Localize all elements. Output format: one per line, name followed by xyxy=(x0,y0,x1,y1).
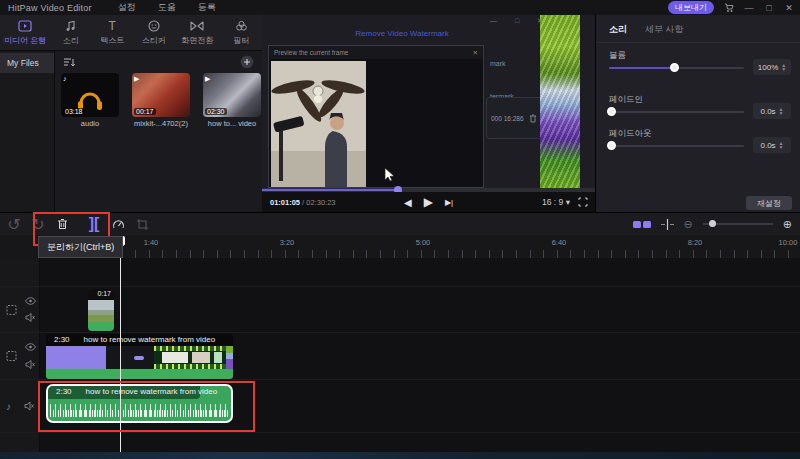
sticker-icon xyxy=(148,19,160,33)
reset-button[interactable]: 재설정 xyxy=(746,196,792,210)
tab-label: 소리 xyxy=(63,35,79,46)
tab-audio[interactable]: 소리 xyxy=(50,19,91,46)
duration-badge: 03:18 xyxy=(63,108,85,115)
volume-slider[interactable] xyxy=(609,67,744,69)
media-panel: 미디어 은행 소리 T 텍스트 스티커 화면전환 필터 xyxy=(0,15,262,212)
preview-controls: 01:01:05 / 02:30:23 ◀ ▶ ▶| 16 : 9 ▾ xyxy=(262,192,595,212)
maximize-button[interactable]: □ xyxy=(758,0,780,15)
filter-icon xyxy=(235,19,248,33)
fullscreen-icon[interactable] xyxy=(578,197,588,207)
annotation-box-audio-clip xyxy=(38,381,255,432)
media-bank-icon xyxy=(18,19,32,33)
timeline-ruler[interactable]: 1:40 3:20 5:00 6:40 8:20 10:00 xyxy=(40,235,800,258)
fadein-label: 페이드인 xyxy=(609,94,643,106)
play-button[interactable]: ▶ xyxy=(424,195,433,209)
next-frame-button[interactable]: ▶| xyxy=(445,198,453,207)
menu-help[interactable]: 도움 xyxy=(158,1,176,14)
sidebar-item-my-files[interactable]: My Files xyxy=(0,53,54,73)
cart-icon[interactable] xyxy=(718,0,740,15)
tab-label: 화면전환 xyxy=(181,35,213,46)
media-library: ♪ 03:18 audio ▶ 00:17 mixkit-...4702(2) xyxy=(55,51,262,212)
close-button[interactable]: ✕ xyxy=(778,0,800,15)
media-item-audio[interactable]: ♪ 03:18 audio xyxy=(61,73,119,128)
zoom-out-icon[interactable]: ⊖ xyxy=(684,218,693,231)
tab-label: 필터 xyxy=(233,35,249,46)
ruler-label: 1:40 xyxy=(144,238,159,247)
preview-timecode: 01:01:05 / 02:30:23 xyxy=(270,198,335,207)
crop-icon[interactable] xyxy=(130,219,154,230)
tab-filter[interactable]: 필터 xyxy=(221,19,262,46)
taskbar-sliver xyxy=(0,452,800,459)
app-title: HitPaw Video Editor xyxy=(8,3,92,13)
ruler-label: 10:00 xyxy=(779,238,798,247)
track-header: ♪ xyxy=(0,380,40,432)
eye-icon[interactable] xyxy=(25,297,36,305)
ruler-label: 5:00 xyxy=(416,238,431,247)
mute-icon[interactable] xyxy=(25,360,35,369)
video-content-title: Remove Video Watermark xyxy=(262,29,542,38)
track-type-icon xyxy=(6,351,17,362)
preview-panel: — □ ✕ Remove Video Watermark Preview the… xyxy=(262,15,595,212)
duration-badge: 02:30 xyxy=(205,108,227,115)
fadeout-value[interactable]: 0.0s ▲▼ xyxy=(753,137,791,153)
tab-label: 텍스트 xyxy=(100,35,124,46)
play-icon: ▶ xyxy=(205,75,210,83)
tab-sticker[interactable]: 스티커 xyxy=(133,19,174,46)
minimize-button[interactable]: — xyxy=(738,0,760,15)
media-item-mixkit[interactable]: ▶ 00:17 mixkit-...4702(2) xyxy=(132,73,190,128)
tab-transition[interactable]: 화면전환 xyxy=(174,19,220,46)
tab-sound[interactable]: 소리 xyxy=(609,23,627,36)
export-button[interactable]: 내보내기 xyxy=(668,1,714,14)
tab-details[interactable]: 세부 사항 xyxy=(645,23,684,36)
timeline-toolbar: ↺ ↻ ][ ⊖ ⊕ xyxy=(0,212,800,235)
aspect-ratio-select[interactable]: 16 : 9 ▾ xyxy=(542,197,570,207)
fadein-slider[interactable] xyxy=(609,111,744,113)
tab-media-bank[interactable]: 미디어 은행 xyxy=(0,19,50,46)
video-content-timecode-box: 000 16:286 xyxy=(486,97,542,139)
video-content-side-text: mark termark xyxy=(490,60,514,100)
eye-icon[interactable] xyxy=(25,343,36,351)
timeline-clip-short[interactable]: 0:17 xyxy=(88,289,114,331)
duration-badge: 00:17 xyxy=(134,108,156,115)
clip-title: how to remove watermark from video xyxy=(84,335,216,346)
library-sidebar: My Files xyxy=(0,51,55,212)
track-header xyxy=(0,433,40,452)
media-item-label: audio xyxy=(61,119,119,128)
zoom-in-icon[interactable]: ⊕ xyxy=(783,218,792,231)
media-item-label: mixkit-...4702(2) xyxy=(132,119,190,128)
media-item-howto[interactable]: ▶ 02:30 how to... video xyxy=(203,73,261,128)
app-window: HitPaw Video Editor 설정 도움 등록 내보내기 — □ ✕ … xyxy=(0,0,800,459)
mute-icon[interactable] xyxy=(24,402,34,411)
tab-label: 미디어 은행 xyxy=(4,35,46,46)
fadeout-slider[interactable] xyxy=(609,145,744,147)
menu-register[interactable]: 등록 xyxy=(198,1,216,14)
mute-icon[interactable] xyxy=(25,313,35,322)
timeline-clip-video[interactable]: 2:30 how to remove watermark from video xyxy=(46,334,233,379)
snap-icon[interactable] xyxy=(661,219,674,230)
ruler-label: 3:20 xyxy=(280,238,295,247)
sort-icon[interactable] xyxy=(63,57,76,68)
ruler-label: 6:40 xyxy=(552,238,567,247)
preview-video-frame: — □ ✕ Remove Video Watermark Preview the… xyxy=(262,15,595,188)
menu-settings[interactable]: 설정 xyxy=(118,1,136,14)
transition-icon xyxy=(190,19,204,33)
tab-text[interactable]: T 텍스트 xyxy=(92,19,133,46)
clip-filmstrip xyxy=(46,346,233,369)
track-type-icon xyxy=(6,304,17,315)
properties-tab-bar: 소리 세부 사항 xyxy=(596,15,800,43)
fit-timeline-icon[interactable] xyxy=(633,220,651,229)
video-content-vertical-clip xyxy=(540,15,580,188)
add-media-button[interactable] xyxy=(240,55,254,69)
video-content-preview-dialog: Preview the current frame ✕ xyxy=(268,45,484,188)
fadein-value[interactable]: 0.0s ▲▼ xyxy=(753,103,791,119)
prev-frame-button[interactable]: ◀ xyxy=(404,197,412,208)
undo-icon[interactable]: ↺ xyxy=(2,215,26,234)
music-note-icon xyxy=(65,19,77,33)
tab-label: 스티커 xyxy=(142,35,166,46)
track-header xyxy=(0,258,40,286)
fadeout-label: 페이드아웃 xyxy=(609,128,652,140)
text-icon: T xyxy=(109,19,116,33)
video-content-dialog-title: Preview the current frame xyxy=(274,49,348,56)
timeline-zoom-slider[interactable] xyxy=(703,223,773,225)
volume-value[interactable]: 100% ▲▼ xyxy=(753,59,791,75)
